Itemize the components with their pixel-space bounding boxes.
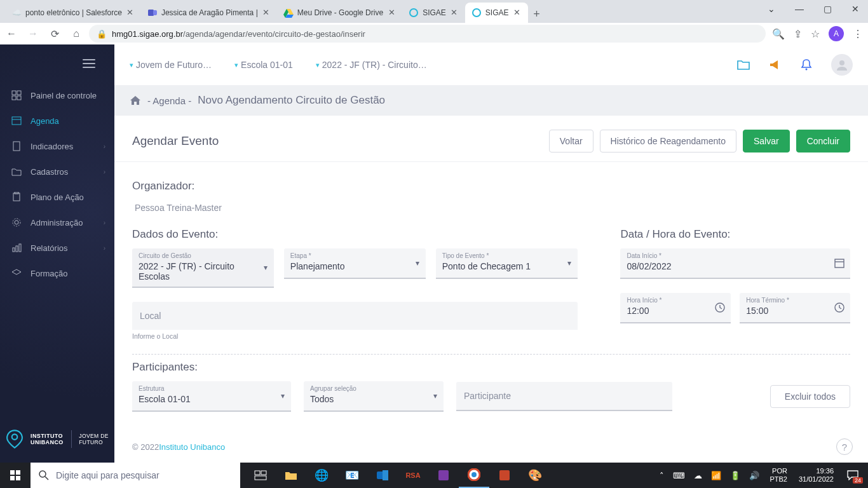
explorer-icon[interactable]: [276, 463, 306, 488]
tab-close-icon[interactable]: ✕: [513, 8, 522, 17]
etapa-field[interactable]: Etapa * Planejamento ▾: [284, 248, 426, 279]
context-selector-2[interactable]: ▾Escola 01-01: [234, 60, 293, 70]
tab-sigae-1[interactable]: SIGAE ✕: [402, 3, 465, 23]
sidebar-label: Indicadores: [31, 142, 73, 151]
paint-icon[interactable]: 🎨: [520, 463, 550, 488]
nav-back-icon[interactable]: ←: [5, 28, 18, 39]
history-button[interactable]: Histórico de Reagendamento: [600, 130, 736, 152]
save-button[interactable]: Salvar: [743, 130, 790, 152]
svg-rect-35: [255, 471, 260, 475]
agrupar-field[interactable]: Agrupar seleção Todos ▾: [304, 381, 444, 412]
field-value: Todos: [310, 394, 437, 404]
folder-icon[interactable]: [737, 59, 750, 71]
context-selector-1[interactable]: ▾Jovem de Futuro…: [130, 60, 212, 70]
circuito-field[interactable]: Circuito de Gestão 2022 - JF (TR) - Circ…: [132, 248, 274, 288]
tray-clock[interactable]: 19:36 31/01/2022: [795, 467, 837, 484]
logo-icon: [4, 424, 25, 454]
share-icon[interactable]: ⇪: [794, 28, 802, 40]
hora-termino-field[interactable]: Hora Término * 15:00: [740, 293, 850, 323]
tab-close-icon[interactable]: ✕: [387, 8, 396, 17]
tab-close-icon[interactable]: ✕: [450, 8, 459, 17]
footer-link[interactable]: Instituto Unibanco: [159, 442, 225, 452]
sidebar-item-relatorios[interactable]: Relatórios ›: [0, 235, 114, 261]
tab-gdrive[interactable]: Meu Drive - Google Drive ✕: [277, 3, 402, 23]
nav-forward-icon[interactable]: →: [27, 28, 39, 39]
cloud-icon[interactable]: ☁: [691, 471, 705, 480]
close-icon[interactable]: ✕: [846, 3, 864, 15]
sidebar-item-cadastros[interactable]: Cadastros ›: [0, 159, 114, 184]
sidebar-item-agenda[interactable]: Agenda: [0, 108, 114, 133]
tab-salesforce[interactable]: ☁️ ponto eletrônico | Salesforce ✕: [5, 3, 141, 23]
notification-badge: 24: [853, 477, 863, 484]
notification-icon[interactable]: 24: [841, 466, 864, 485]
tab-teams[interactable]: Jessica de Aragão Pimenta | ✕: [141, 3, 277, 23]
local-field[interactable]: Local: [132, 302, 578, 330]
field-value: 12:00: [627, 306, 724, 316]
estrutura-field[interactable]: Estrutura Escola 01-01 ▾: [132, 381, 291, 412]
conclude-button[interactable]: Concluir: [796, 130, 850, 152]
tray-chevron-icon[interactable]: ˄: [657, 471, 667, 480]
bookmark-icon[interactable]: ☆: [811, 28, 820, 40]
rsa-icon[interactable]: RSA: [398, 463, 428, 488]
help-icon[interactable]: ?: [836, 438, 853, 455]
clock-time: 19:36: [799, 467, 834, 475]
context-label: Escola 01-01: [241, 60, 293, 70]
sidebar-item-formacao[interactable]: Formação: [0, 261, 114, 286]
data-inicio-field[interactable]: Data Início * 08/02/2022: [620, 248, 850, 279]
chevron-right-icon: ›: [104, 143, 105, 150]
home-icon[interactable]: [130, 95, 141, 105]
volume-icon[interactable]: 🔊: [747, 471, 762, 480]
tray-lang[interactable]: POR PTB2: [766, 467, 791, 484]
globe-icon[interactable]: 🌐: [306, 463, 337, 488]
mail-icon[interactable]: 📧: [337, 463, 367, 488]
powerpoint-icon[interactable]: [489, 463, 520, 488]
nav-home-icon[interactable]: ⌂: [70, 28, 83, 39]
profile-avatar[interactable]: A: [829, 26, 844, 41]
tab-close-icon[interactable]: ✕: [126, 8, 135, 17]
tab-close-icon[interactable]: ✕: [262, 8, 271, 17]
tab-title: ponto eletrônico | Salesforce: [25, 8, 122, 17]
new-tab-button[interactable]: +: [528, 5, 546, 23]
megaphone-icon[interactable]: [769, 59, 782, 71]
sidebar-item-indicadores[interactable]: Indicadores ›: [0, 133, 114, 159]
keyboard-icon[interactable]: ⌨: [670, 471, 688, 480]
taskbar-search[interactable]: Digite aqui para pesquisar: [31, 463, 240, 488]
zoom-icon[interactable]: 🔍: [772, 28, 785, 40]
address-bar[interactable]: 🔒 hmg01.sigae.org.br/agenda/agendar/even…: [89, 25, 766, 43]
excluir-todos-button[interactable]: Excluir todos: [770, 385, 850, 408]
teams-icon: [147, 8, 158, 18]
sidebar-toggle[interactable]: [0, 44, 114, 83]
context-selector-3[interactable]: ▾2022 - JF (TR) - Circuito…: [316, 60, 427, 70]
sidebar-item-plano[interactable]: Plano de Ação: [0, 184, 114, 210]
onenote-icon[interactable]: [428, 463, 459, 488]
clock-icon: [714, 302, 726, 313]
outlook-icon[interactable]: [367, 463, 398, 488]
tab-sigae-active[interactable]: SIGAE ✕: [465, 3, 528, 23]
start-button[interactable]: [0, 463, 31, 488]
document-icon: [11, 141, 23, 151]
sidebar-item-painel[interactable]: Painel de controle: [0, 83, 114, 108]
wifi-icon[interactable]: 📶: [709, 471, 724, 480]
graduation-icon: [11, 268, 23, 278]
dropdown-icon[interactable]: ⌄: [763, 3, 780, 15]
minimize-icon[interactable]: —: [790, 3, 808, 15]
context-label: Jovem de Futuro…: [136, 60, 212, 70]
tipo-evento-field[interactable]: Tipo de Evento * Ponto de Checagem 1 ▾: [436, 248, 578, 279]
user-avatar[interactable]: [831, 54, 853, 76]
menu-icon[interactable]: ⋮: [853, 28, 863, 40]
back-button[interactable]: Voltar: [549, 130, 593, 152]
participante-field[interactable]: Participante: [456, 382, 672, 411]
task-view-icon[interactable]: [245, 463, 276, 488]
hora-inicio-field[interactable]: Hora Início * 12:00: [620, 293, 731, 323]
nav-reload-icon[interactable]: ⟳: [48, 28, 61, 40]
lang-line2: PTB2: [770, 475, 787, 484]
sidebar-item-admin[interactable]: Administração ›: [0, 210, 114, 235]
field-value: 08/02/2022: [627, 261, 844, 271]
maximize-icon[interactable]: ▢: [818, 3, 836, 15]
svg-rect-25: [835, 259, 844, 268]
bell-icon[interactable]: [801, 58, 812, 71]
chrome-icon[interactable]: [459, 463, 489, 488]
organizer-heading: Organizador:: [132, 180, 850, 193]
battery-icon[interactable]: 🔋: [728, 471, 743, 480]
chevron-down-icon: ▾: [567, 259, 571, 268]
